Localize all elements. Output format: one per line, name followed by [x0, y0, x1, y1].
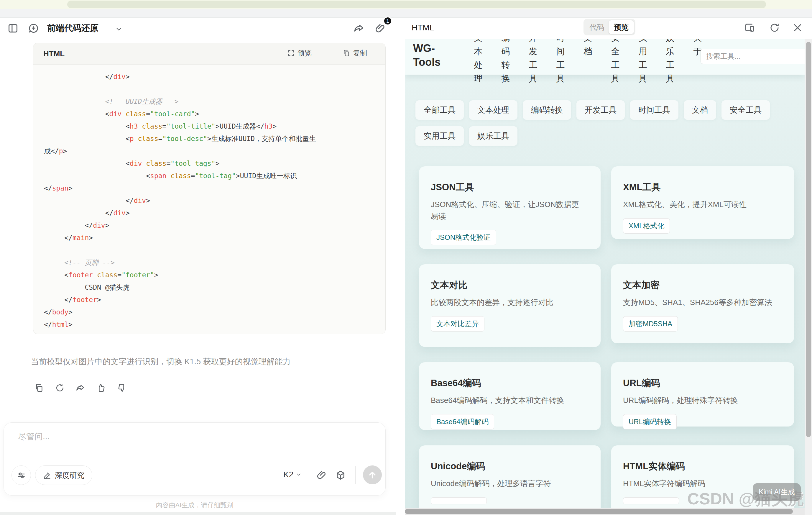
cube-icon[interactable] — [335, 469, 346, 481]
tool-card-desc: JSON格式化、压缩、验证，让JSON数据更易读 — [431, 199, 589, 222]
chat-header: 前端代码还原 1 — [0, 18, 396, 39]
tool-card-tag[interactable] — [623, 497, 679, 505]
filter-button[interactable]: 文本处理 — [469, 100, 518, 120]
view-toggle: 代码 预览 — [583, 19, 635, 35]
share-icon[interactable] — [353, 22, 366, 35]
nav-item-编码转换[interactable]: 编码转换 — [501, 39, 511, 83]
filter-button[interactable]: 全部工具 — [415, 100, 464, 120]
vertical-scrollbar-track[interactable] — [805, 39, 812, 515]
nav-char: 实 — [638, 39, 648, 42]
code-line: <!-- UUID生成器 --> — [44, 95, 385, 108]
nav-char: 具 — [610, 74, 620, 83]
filter-button[interactable]: 编码转换 — [523, 100, 571, 120]
chevron-down-icon — [296, 471, 301, 478]
tool-card[interactable]: XML工具XML格式化、美化，提升XML可读性XML格式化 — [611, 166, 794, 239]
model-selector[interactable]: K2 — [283, 470, 301, 479]
tab-preview[interactable]: 预览 — [609, 20, 634, 34]
site-logo: WG- Tools — [413, 41, 440, 69]
tool-card-tag[interactable]: URL编码转换 — [623, 414, 677, 429]
tool-card[interactable]: Unicode编码Unicode编码解码，处理多语言字符 — [419, 446, 601, 515]
tool-card[interactable]: JSON工具JSON格式化、压缩、验证，让JSON数据更易读JSON格式化验证 — [419, 166, 601, 249]
nav-char: 工 — [555, 60, 566, 69]
tool-card-tag[interactable] — [431, 497, 487, 505]
search-input[interactable] — [700, 49, 805, 64]
filter-button[interactable]: 实用工具 — [415, 126, 464, 146]
thumbs-down-icon[interactable] — [117, 383, 127, 393]
share-icon[interactable] — [76, 383, 86, 393]
html-preview[interactable]: WG- Tools 文本处理编码转换开发工具时间工具文档安全工具实用工具娱乐工具… — [405, 39, 805, 515]
nav-item-时间工具[interactable]: 时间工具 — [555, 39, 566, 83]
nav-item-文本处理[interactable]: 文本处理 — [473, 39, 483, 83]
tool-card-desc: 支持MD5、SHA1、SHA256等多种加密算法 — [623, 297, 782, 309]
nav-char: 档 — [583, 47, 593, 56]
copy-icon[interactable] — [34, 383, 44, 393]
tool-card[interactable]: 文本对比比较两段文本的差异，支持逐行对比文本对比差异 — [419, 264, 601, 347]
code-line: <footer class="footer"> — [44, 269, 385, 281]
filter-button[interactable]: 时间工具 — [630, 100, 678, 120]
code-line: <!-- 页脚 --> — [44, 256, 385, 269]
composer[interactable]: 尽管问... 深度研究 K2 — [3, 422, 386, 495]
nav-char: 发 — [528, 47, 538, 56]
code-line: </div> — [44, 219, 385, 232]
code-line: </html> — [44, 318, 385, 331]
nav-char: 乐 — [665, 47, 675, 56]
filter-row: 实用工具娱乐工具 — [415, 126, 787, 146]
code-block-header: HTML 预览 复制 — [33, 43, 385, 65]
nav-char: 工 — [610, 60, 620, 69]
nav-char: 用 — [638, 47, 648, 56]
attachment-icon[interactable] — [316, 469, 327, 481]
logo-line2: Tools — [413, 55, 440, 69]
tool-card-tag[interactable]: 文本对比差异 — [431, 316, 485, 332]
browser-chrome — [0, 0, 812, 9]
nav-char: 具 — [528, 74, 538, 83]
code-line: </body> — [44, 306, 385, 318]
thumbs-up-icon[interactable] — [96, 383, 106, 393]
nav-item-文档[interactable]: 文档 — [583, 39, 593, 83]
tool-card[interactable]: Base64编码Base64编码解码，支持文本和文件转换Base64编码解码 — [419, 362, 601, 430]
nav-char: 文 — [473, 39, 483, 42]
tab-code[interactable]: 代码 — [585, 22, 609, 32]
tool-card-desc: URL编码解码，处理特殊字符转换 — [623, 395, 782, 406]
sidebar-toggle-icon[interactable] — [6, 22, 20, 35]
code-content[interactable]: </div> <!-- UUID生成器 --> <div class="tool… — [33, 65, 385, 331]
tool-card-tag[interactable]: 加密MD5SHA — [623, 316, 678, 332]
copy-icon — [343, 49, 350, 57]
tool-card-tag[interactable]: XML格式化 — [623, 218, 670, 234]
model-label: K2 — [283, 470, 293, 479]
responsive-preview-icon[interactable] — [743, 21, 756, 34]
bottom-strip — [0, 512, 396, 515]
chevron-down-icon[interactable] — [114, 25, 123, 34]
code-preview-button[interactable]: 预览 — [287, 48, 312, 58]
new-chat-icon[interactable] — [27, 22, 40, 35]
tool-card[interactable]: URL编码URL编码解码，处理特殊字符转换URL编码转换 — [611, 362, 794, 427]
tool-card-tag[interactable]: Base64编码解码 — [431, 414, 494, 429]
code-line: 成</p> — [44, 145, 385, 157]
deep-research-button[interactable]: 深度研究 — [35, 465, 92, 485]
code-line: <p class="tool-desc">生成标准UUID，支持单个和批量生 — [44, 133, 385, 145]
horizontal-scrollbar-thumb[interactable] — [405, 509, 793, 514]
tool-card-desc: Unicode编码解码，处理多语言字符 — [431, 478, 589, 490]
code-line: <span class="tool-tag">UUID生成唯一标识 — [44, 170, 385, 182]
refresh-icon[interactable] — [768, 21, 781, 34]
tool-card-tag[interactable]: JSON格式化验证 — [431, 230, 496, 245]
chat-title[interactable]: 前端代码还原 — [47, 22, 98, 34]
nav-item-安全工具[interactable]: 安全工具 — [610, 39, 620, 83]
code-copy-button[interactable]: 复制 — [343, 48, 367, 58]
regenerate-icon[interactable] — [55, 383, 65, 393]
nav-item-开发工具[interactable]: 开发工具 — [528, 39, 538, 83]
close-icon[interactable] — [791, 21, 804, 34]
filter-button[interactable]: 开发工具 — [576, 100, 625, 120]
nav-char: 转 — [501, 60, 511, 69]
vertical-scrollbar-thumb[interactable] — [806, 42, 811, 437]
tool-card[interactable]: 文本加密支持MD5、SHA1、SHA256等多种加密算法加密MD5SHA — [611, 264, 794, 343]
send-button[interactable] — [363, 465, 382, 484]
filter-button[interactable]: 文档 — [684, 100, 716, 120]
code-copy-label: 复制 — [353, 48, 367, 58]
nav-item-娱乐工具[interactable]: 娱乐工具 — [665, 39, 675, 83]
nav-item-实用工具[interactable]: 实用工具 — [638, 39, 648, 83]
filter-button[interactable]: 安全工具 — [722, 100, 770, 120]
composer-settings-icon[interactable] — [11, 465, 31, 485]
browser-tab[interactable] — [67, 1, 766, 8]
nav-char: 本 — [473, 47, 483, 56]
filter-button[interactable]: 娱乐工具 — [469, 126, 518, 146]
